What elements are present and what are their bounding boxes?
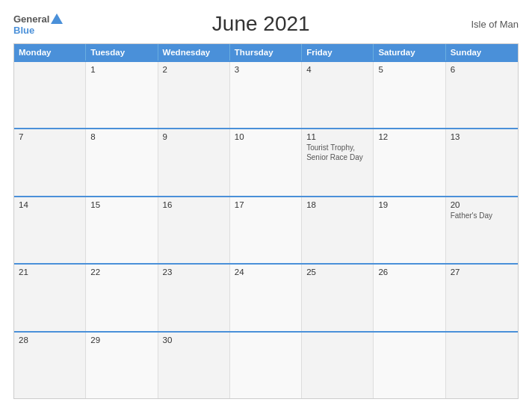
day-number: 9 [163, 132, 225, 141]
calendar-cell [302, 333, 374, 398]
calendar-cell: 4 [302, 62, 374, 128]
day-number: 14 [19, 200, 81, 209]
weekday-sunday: Sunday [446, 44, 518, 61]
weekday-wednesday: Wednesday [158, 44, 230, 61]
calendar-body: 1234567891011Tourist Trophy, Senior Race… [14, 61, 518, 398]
day-number: 23 [163, 268, 225, 276]
calendar-cell: 9 [158, 129, 230, 195]
calendar-cell [14, 62, 86, 128]
calendar-cell: 15 [86, 197, 158, 263]
calendar-title: June 2021 [63, 12, 459, 36]
calendar-cell: 10 [230, 129, 302, 195]
calendar-cell: 8 [86, 129, 158, 195]
calendar-cell: 14 [14, 197, 86, 263]
calendar-cell: 30 [158, 333, 230, 398]
day-number: 24 [235, 268, 297, 276]
day-number: 18 [306, 200, 368, 209]
calendar-cell: 23 [158, 265, 230, 330]
day-number: 4 [306, 65, 368, 74]
day-number: 16 [163, 200, 225, 209]
day-number: 7 [19, 132, 81, 141]
weekday-thursday: Thursday [230, 44, 302, 61]
day-number: 28 [19, 336, 81, 344]
weekday-header-row: Monday Tuesday Wednesday Thursday Friday… [14, 44, 518, 61]
week-row-2: 7891011Tourist Trophy, Senior Race Day12… [14, 128, 518, 195]
logo: General Blue [13, 13, 63, 35]
calendar-cell: 5 [374, 62, 445, 128]
region-label: Isle of Man [459, 19, 519, 30]
day-number: 29 [90, 336, 152, 344]
calendar-cell: 12 [374, 129, 445, 195]
calendar-cell: 18 [302, 197, 374, 263]
day-number: 25 [306, 268, 368, 276]
calendar-cell: 28 [14, 333, 86, 398]
weekday-tuesday: Tuesday [86, 44, 158, 61]
logo-general-text: General [13, 14, 49, 24]
day-number: 5 [378, 65, 440, 74]
day-number: 21 [19, 268, 81, 276]
week-row-4: 21222324252627 [14, 263, 518, 330]
calendar-cell [230, 333, 302, 398]
calendar-cell: 2 [158, 62, 230, 128]
weekday-friday: Friday [302, 44, 374, 61]
day-number: 10 [235, 132, 297, 141]
logo-blue-text: Blue [13, 25, 34, 35]
calendar-cell: 19 [374, 197, 445, 263]
weekday-monday: Monday [14, 44, 86, 61]
calendar-cell: 22 [86, 265, 158, 330]
calendar-cell: 21 [14, 265, 86, 330]
day-number: 15 [90, 200, 152, 209]
calendar-cell: 1 [86, 62, 158, 128]
day-number: 11 [306, 132, 368, 141]
day-number: 6 [451, 65, 513, 74]
day-number: 30 [163, 336, 225, 344]
day-number: 2 [163, 65, 225, 74]
day-number: 13 [451, 132, 513, 141]
event-label: Tourist Trophy, Senior Race Day [306, 143, 368, 162]
weekday-saturday: Saturday [374, 44, 445, 61]
week-row-3: 14151617181920Father's Day [14, 196, 518, 263]
calendar-header: General Blue June 2021 Isle of Man [13, 12, 519, 36]
day-number: 26 [378, 268, 440, 276]
day-number: 27 [451, 268, 513, 276]
day-number: 8 [90, 132, 152, 141]
calendar-grid: Monday Tuesday Wednesday Thursday Friday… [13, 43, 519, 399]
day-number: 22 [90, 268, 152, 276]
calendar-cell [374, 333, 445, 398]
calendar-cell: 26 [374, 265, 445, 330]
event-label: Father's Day [451, 211, 513, 220]
day-number: 20 [451, 200, 513, 209]
calendar-cell: 24 [230, 265, 302, 330]
calendar-cell: 11Tourist Trophy, Senior Race Day [302, 129, 374, 195]
day-number: 3 [235, 65, 297, 74]
calendar-cell: 17 [230, 197, 302, 263]
calendar-cell: 29 [86, 333, 158, 398]
calendar-cell: 20Father's Day [446, 197, 518, 263]
calendar-cell: 27 [446, 265, 518, 330]
calendar-cell [446, 333, 518, 398]
logo-triangle-icon [51, 13, 63, 24]
week-row-1: 123456 [14, 61, 518, 128]
calendar-cell: 6 [446, 62, 518, 128]
calendar-cell: 7 [14, 129, 86, 195]
calendar-cell: 13 [446, 129, 518, 195]
day-number: 12 [378, 132, 440, 141]
page: General Blue June 2021 Isle of Man Monda… [0, 0, 532, 411]
day-number: 17 [235, 200, 297, 209]
calendar-cell: 3 [230, 62, 302, 128]
calendar-cell: 25 [302, 265, 374, 330]
calendar-cell: 16 [158, 197, 230, 263]
day-number: 19 [378, 200, 440, 209]
day-number: 1 [90, 65, 152, 74]
week-row-5: 282930 [14, 331, 518, 398]
